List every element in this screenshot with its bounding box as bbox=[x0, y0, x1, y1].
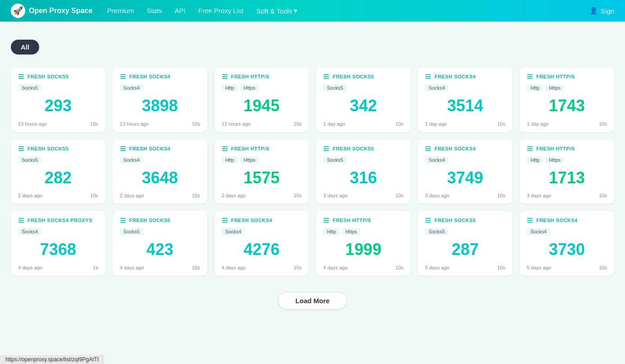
card-title: FRESH SOCKS4 bbox=[536, 218, 578, 223]
card-time: 1 day ago bbox=[527, 121, 548, 127]
proxy-card[interactable]: FRESH HTTP/S HttpHttps 1575 2 days ago 1… bbox=[214, 139, 309, 204]
list-icon bbox=[323, 146, 329, 152]
card-delay: 10s bbox=[497, 265, 505, 270]
nav-stats[interactable]: Stats bbox=[146, 7, 162, 14]
card-time: 4 days ago bbox=[120, 265, 144, 270]
tag: Http bbox=[222, 156, 238, 164]
list-icon bbox=[425, 73, 431, 80]
card-tags: Socks5 bbox=[323, 156, 403, 164]
card-title: FRESH SOCKS4 bbox=[434, 146, 476, 151]
sign-button[interactable]: 👤 Sign bbox=[589, 7, 614, 15]
card-tags: Socks4 bbox=[425, 84, 505, 91]
card-tags: Socks5 bbox=[18, 156, 98, 164]
proxy-card[interactable]: FRESH SOCKS5 Socks5 293 13 hours ago 10s bbox=[11, 67, 105, 132]
tag: Socks5 bbox=[323, 156, 347, 164]
card-count: 423 bbox=[120, 241, 200, 259]
card-tags: HttpHttps bbox=[527, 84, 607, 91]
svg-rect-47 bbox=[324, 222, 329, 223]
card-delay: 10s bbox=[497, 193, 505, 198]
svg-rect-21 bbox=[120, 146, 126, 147]
card-header: FRESH SOCKS4 bbox=[222, 217, 302, 223]
svg-rect-36 bbox=[18, 218, 24, 219]
proxy-card[interactable]: FRESH SOCKS4 PROXYS Socks4 7368 4 days a… bbox=[11, 211, 105, 276]
tag: Socks4 bbox=[425, 84, 448, 91]
tag: Socks5 bbox=[425, 228, 448, 235]
nav-soft-tools[interactable]: Soft & Tools ▾ bbox=[256, 7, 298, 15]
proxy-card[interactable]: FRESH SOCKS5 Socks5 282 2 days ago 10s bbox=[11, 139, 105, 204]
card-footer: 5 days ago 10s bbox=[425, 265, 505, 270]
card-title: FRESH SOCKS4 bbox=[129, 74, 171, 79]
svg-rect-19 bbox=[18, 148, 24, 149]
card-count: 287 bbox=[425, 241, 505, 259]
svg-rect-52 bbox=[527, 220, 533, 221]
proxy-card[interactable]: FRESH SOCKS5 Socks5 423 4 days ago 10s bbox=[113, 211, 207, 276]
proxy-card[interactable]: FRESH SOCKS5 Socks5 287 5 days ago 10s bbox=[418, 211, 512, 276]
proxy-card[interactable]: FRESH HTTP/S HttpHttps 1945 13 hours ago… bbox=[214, 67, 309, 132]
svg-rect-12 bbox=[425, 74, 431, 75]
card-count: 342 bbox=[323, 97, 403, 115]
tag: Socks4 bbox=[425, 156, 448, 164]
tag: Http bbox=[527, 84, 543, 91]
card-count: 4276 bbox=[222, 241, 302, 259]
svg-rect-37 bbox=[18, 220, 24, 221]
tag: Socks4 bbox=[527, 228, 550, 235]
proxy-card[interactable]: FRESH SOCKS4 Socks4 3749 3 days ago 10s bbox=[418, 139, 512, 204]
svg-rect-22 bbox=[120, 148, 126, 149]
card-tags: Socks5 bbox=[323, 84, 403, 91]
proxy-card[interactable]: FRESH SOCKS4 Socks4 3648 2 days ago 10s bbox=[113, 139, 207, 204]
card-footer: 13 hours ago 10s bbox=[222, 121, 302, 127]
svg-rect-17 bbox=[527, 78, 533, 79]
svg-rect-46 bbox=[324, 220, 329, 221]
svg-rect-7 bbox=[222, 76, 228, 77]
card-delay: 10s bbox=[396, 121, 404, 127]
card-tags: Socks5 bbox=[18, 84, 98, 91]
card-tags: HttpHttps bbox=[222, 84, 302, 91]
svg-rect-18 bbox=[18, 146, 24, 147]
card-footer: 13 hours ago 10s bbox=[18, 121, 98, 127]
nav-api[interactable]: API bbox=[175, 7, 186, 14]
proxy-card[interactable]: FRESH SOCKS5 Socks5 316 3 days ago 10s bbox=[316, 139, 411, 204]
card-title: FRESH SOCKS5 bbox=[27, 74, 69, 79]
svg-rect-31 bbox=[425, 148, 431, 149]
card-delay: 10s bbox=[192, 193, 200, 198]
proxy-card[interactable]: FRESH SOCKS4 Socks4 3898 13 hours ago 10… bbox=[113, 67, 207, 132]
tag: Https bbox=[545, 84, 564, 91]
cards-grid: FRESH SOCKS5 Socks5 293 13 hours ago 10s… bbox=[11, 67, 614, 276]
card-count: 3749 bbox=[425, 169, 505, 187]
card-footer: 4 days ago 10s bbox=[222, 265, 302, 270]
svg-rect-39 bbox=[120, 218, 126, 219]
tag: Https bbox=[240, 84, 259, 91]
all-filter-button[interactable]: All bbox=[11, 40, 39, 55]
load-more-button[interactable]: Load More bbox=[278, 292, 347, 309]
proxy-card[interactable]: FRESH HTTP/S HttpHttps 1999 4 days ago 1… bbox=[316, 211, 411, 276]
card-title: FRESH HTTP/S bbox=[231, 146, 269, 151]
nav-free-proxy-list[interactable]: Free Proxy List bbox=[198, 7, 244, 14]
card-delay: 10s bbox=[599, 193, 607, 198]
nav-premium[interactable]: Premium bbox=[107, 7, 134, 14]
card-delay: 10s bbox=[599, 265, 607, 270]
card-header: FRESH HTTP/S bbox=[222, 146, 302, 152]
svg-rect-49 bbox=[425, 220, 431, 221]
proxy-card[interactable]: FRESH SOCKS4 Socks4 3730 5 days ago 10s bbox=[520, 211, 614, 276]
proxy-card[interactable]: FRESH HTTP/S HttpHttps 1713 3 days ago 1… bbox=[520, 139, 614, 204]
proxy-card[interactable]: FRESH HTTP/S HttpHttps 1743 1 day ago 10… bbox=[520, 67, 614, 132]
card-count: 282 bbox=[18, 169, 98, 187]
proxy-card[interactable]: FRESH SOCKS5 Socks5 342 1 day ago 10s bbox=[316, 67, 411, 132]
proxy-card[interactable]: FRESH SOCKS4 Socks4 4276 4 days ago 10s bbox=[214, 211, 309, 276]
svg-rect-40 bbox=[120, 220, 126, 221]
card-time: 13 hours ago bbox=[222, 121, 251, 127]
svg-rect-16 bbox=[527, 76, 533, 77]
list-icon bbox=[222, 146, 228, 152]
card-time: 1 day ago bbox=[425, 121, 447, 127]
card-title: FRESH SOCKS4 bbox=[129, 146, 171, 151]
svg-rect-27 bbox=[324, 146, 329, 147]
card-footer: 5 days ago 10s bbox=[527, 265, 607, 270]
tag: Http bbox=[222, 84, 238, 91]
card-tags: HttpHttps bbox=[323, 228, 403, 235]
card-header: FRESH SOCKS5 bbox=[425, 217, 505, 223]
card-header: FRESH SOCKS4 bbox=[425, 146, 505, 152]
svg-rect-4 bbox=[120, 76, 126, 77]
nav-logo[interactable]: 🚀 Open Proxy Space bbox=[11, 4, 92, 18]
proxy-card[interactable]: FRESH SOCKS4 Socks4 3514 1 day ago 10s bbox=[418, 67, 512, 132]
tag: Socks4 bbox=[222, 228, 245, 235]
